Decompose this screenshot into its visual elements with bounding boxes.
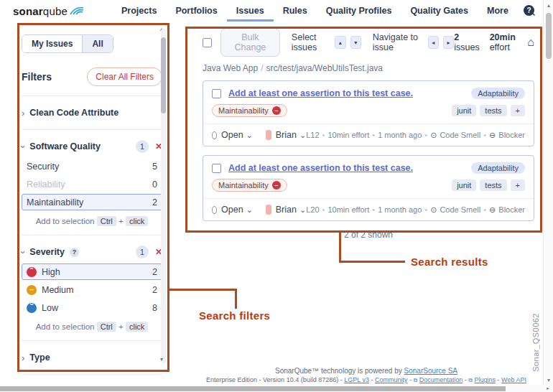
blocker-icon: ⊖ xyxy=(489,131,496,139)
facet-item-maintainability[interactable]: Maintainability 2 xyxy=(22,194,162,210)
lgpl-link[interactable]: LGPL v3 xyxy=(344,376,369,383)
breadcrumb-project[interactable]: Java Web App xyxy=(203,63,258,73)
issue-checkbox[interactable] xyxy=(212,164,221,173)
nav-item-projects[interactable]: Projects xyxy=(112,0,166,22)
powered-by-line: SonarQube™ technology is powered by Sona… xyxy=(194,367,539,375)
tag-tests[interactable]: tests xyxy=(480,105,506,116)
issue-checkbox[interactable] xyxy=(212,89,221,98)
issue-age: 1 month ago xyxy=(378,205,422,214)
breadcrumb-file[interactable]: src/test/java/WebUtilsTest.java xyxy=(266,63,384,73)
tag-tests[interactable]: tests xyxy=(480,179,506,191)
chevron-down-icon: ⌄ xyxy=(246,205,253,215)
scroll-down-icon[interactable]: ▾ xyxy=(544,375,553,385)
version-line: Enterprise Edition - Version 10.4 (build… xyxy=(194,376,539,384)
logo-text-bold: sonar xyxy=(13,5,43,17)
severity-medium-icon xyxy=(27,285,37,295)
scroll-right-icon[interactable]: ▸ xyxy=(543,385,553,392)
sidebar-scrollbar[interactable] xyxy=(161,29,166,363)
issue-card: Add at least one assertion to this test … xyxy=(203,80,534,146)
select-all-checkbox[interactable] xyxy=(203,38,212,47)
scroll-up-icon[interactable]: ▴ xyxy=(544,0,553,10)
nav-item-portfolios[interactable]: Portfolios xyxy=(166,0,226,22)
facet-count-badge: 1 xyxy=(136,140,149,153)
facet-software-quality[interactable]: › Software Quality 1 ✕ xyxy=(22,139,162,154)
code-smell-icon: ⊙ xyxy=(430,131,437,139)
software-quality-pill[interactable]: Maintainability xyxy=(212,179,287,192)
webapi-link[interactable]: Web API xyxy=(501,376,526,383)
facet-item-count: 2 xyxy=(152,285,157,295)
facet-type[interactable]: › Type xyxy=(22,350,162,365)
facet-item-reliability[interactable]: Reliability 0 xyxy=(22,176,162,192)
facet-item-count: 2 xyxy=(152,197,157,207)
horizontal-scrollbar[interactable] xyxy=(0,385,543,392)
navigate-next-button[interactable]: ▸ xyxy=(443,36,454,49)
sonarqube-logo[interactable]: sonarqube xyxy=(13,5,85,17)
my-issues-toggle[interactable]: My Issues xyxy=(22,35,82,52)
facet-item-high[interactable]: High 2 xyxy=(22,263,162,280)
chevron-right-icon: › xyxy=(22,108,24,118)
nav-item-rules[interactable]: Rules xyxy=(274,0,317,22)
facet-item-medium[interactable]: Medium 2 xyxy=(22,281,162,298)
help-icon[interactable]: ? xyxy=(524,5,534,16)
results-annotation-connector-h xyxy=(339,261,405,263)
nav-item-more[interactable]: More xyxy=(478,0,518,22)
results-shown-count: 2 of 2 shown xyxy=(203,230,534,240)
filters-annotation-connector-v xyxy=(235,289,237,309)
horizontal-scroll-thumb[interactable] xyxy=(0,386,506,391)
facet-item-count: 0 xyxy=(152,179,157,190)
nav-item-quality-profiles[interactable]: Quality Profiles xyxy=(317,0,401,22)
issue-title-link[interactable]: Add at least one assertion to this test … xyxy=(228,88,413,98)
watermark-text: Sonar_QS0062 xyxy=(531,313,540,372)
severity-help-icon[interactable]: ? xyxy=(70,248,79,257)
clean-code-attribute-badge[interactable]: Adaptability xyxy=(471,88,525,99)
issue-meta: L20 • 10min effort • 1 month ago • ⊙ Cod… xyxy=(306,205,525,214)
clean-code-attribute-badge[interactable]: Adaptability xyxy=(471,162,525,174)
vertical-scroll-thumb[interactable] xyxy=(546,13,552,59)
nav-item-quality-gates[interactable]: Quality Gates xyxy=(401,0,478,22)
select-up-button[interactable]: ▴ xyxy=(335,36,345,49)
select-down-button[interactable]: ▾ xyxy=(350,36,361,49)
sidebar-scroll-down-icon[interactable]: ▾ xyxy=(160,356,163,363)
assignee-dropdown[interactable]: Brian xyxy=(276,205,297,215)
assignee-dropdown[interactable]: Brian xyxy=(276,130,297,140)
status-dropdown[interactable]: Open xyxy=(221,205,243,215)
issues-count: 2 issues xyxy=(454,32,479,52)
severity-high-icon xyxy=(272,181,281,190)
filters-annotation-connector-h xyxy=(169,289,237,291)
severity-low-icon xyxy=(27,303,37,313)
nav-item-issues[interactable]: Issues xyxy=(227,0,274,22)
tag-junit[interactable]: junit xyxy=(452,105,476,116)
filters-heading: Filters xyxy=(22,71,52,83)
home-icon[interactable]: ⌂ xyxy=(527,37,534,48)
plugins-link[interactable]: Plugins xyxy=(475,376,496,383)
divider xyxy=(203,123,534,124)
documentation-link[interactable]: Documentation xyxy=(419,376,463,383)
status-dropdown[interactable]: Open xyxy=(221,130,243,140)
issue-severity: Blocker xyxy=(498,131,525,139)
external-link-icon: ⧉ xyxy=(468,377,473,383)
vertical-scrollbar[interactable]: ▴ ▾ xyxy=(543,0,553,385)
clear-all-filters-button[interactable]: Clear All Filters xyxy=(87,67,162,86)
issue-severity: Blocker xyxy=(498,205,525,214)
divider xyxy=(22,374,162,375)
facet-item-low[interactable]: Low 8 xyxy=(22,299,162,316)
page-footer: SonarQube™ technology is powered by Sona… xyxy=(194,367,539,384)
chevron-down-icon: ⌄ xyxy=(299,131,306,140)
tag-more[interactable]: + xyxy=(511,105,525,116)
sidebar-scroll-thumb[interactable] xyxy=(161,37,166,113)
bulk-change-button[interactable]: Bulk Change xyxy=(220,28,280,57)
facet-item-security[interactable]: Security 5 xyxy=(22,158,162,174)
external-link-icon: ⧉ xyxy=(413,377,417,383)
all-issues-toggle[interactable]: All xyxy=(82,35,112,52)
results-annotation-label: Search results xyxy=(411,256,488,268)
sonarsource-link[interactable]: SonarSource SA xyxy=(404,367,458,375)
issue-title-link[interactable]: Add at least one assertion to this test … xyxy=(228,163,413,173)
navigate-prev-button[interactable]: ◂ xyxy=(428,36,439,49)
facet-clean-code-attribute[interactable]: › Clean Code Attribute xyxy=(22,106,162,120)
tag-more[interactable]: + xyxy=(511,179,525,191)
facet-severity[interactable]: › Severity ? 1 ✕ xyxy=(22,245,162,259)
issues-toolbar: Bulk Change Select issues ▴ ▾ Navigate t… xyxy=(203,33,534,52)
community-link[interactable]: Community xyxy=(375,376,408,383)
tag-junit[interactable]: junit xyxy=(452,179,476,191)
software-quality-pill[interactable]: Maintainability xyxy=(212,104,287,117)
